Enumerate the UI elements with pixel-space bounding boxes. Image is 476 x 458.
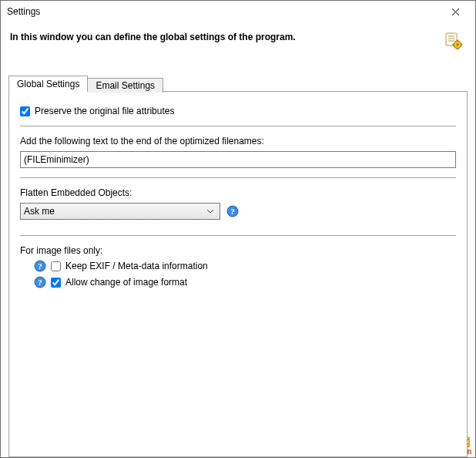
window-title: Settings [7, 6, 440, 17]
allow-format-change-checkbox[interactable] [51, 278, 61, 288]
image-section-heading: For image files only: [20, 245, 456, 256]
help-icon[interactable]: ? [34, 260, 46, 272]
tab-label: Email Settings [96, 80, 155, 91]
svg-rect-9 [457, 49, 458, 50]
preserve-attributes-row[interactable]: Preserve the original file attributes [20, 106, 456, 116]
keep-exif-row: ? Keep EXIF / Meta-data information [34, 260, 456, 272]
separator [20, 177, 456, 178]
tab-email-settings[interactable]: Email Settings [88, 78, 163, 93]
tab-strip: Global Settings Email Settings [8, 75, 468, 92]
tab-global-settings[interactable]: Global Settings [8, 76, 88, 92]
keep-exif-label: Keep EXIF / Meta-data information [65, 261, 208, 271]
settings-window: Settings In this window you can define t… [0, 0, 476, 458]
preserve-attributes-checkbox[interactable] [20, 106, 30, 116]
suffix-label: Add the following text to the end of the… [20, 136, 456, 146]
svg-rect-11 [461, 44, 463, 45]
window-close-button[interactable] [440, 3, 471, 20]
keep-exif-checkbox[interactable] [51, 261, 61, 271]
allow-format-change-label: Allow change of image format [65, 277, 187, 288]
chevron-down-icon [204, 210, 216, 214]
header-description: In this window you can define the global… [10, 32, 444, 42]
svg-text:?: ? [38, 261, 42, 271]
header: In this window you can define the global… [1, 22, 475, 61]
tab-label: Global Settings [17, 79, 79, 89]
help-icon[interactable]: ? [226, 205, 239, 217]
titlebar: Settings [1, 1, 475, 22]
allow-format-change-row: ? Allow change of image format [34, 276, 456, 288]
tab-body-global: Preserve the original file attributes Ad… [8, 91, 468, 457]
svg-rect-10 [453, 44, 454, 45]
suffix-input[interactable] [20, 151, 456, 168]
flatten-label: Flatten Embedded Objects: [20, 187, 456, 198]
flatten-select-row: Ask me ? [20, 203, 456, 220]
flatten-select[interactable]: Ask me [20, 203, 220, 220]
svg-point-7 [457, 44, 459, 46]
preserve-attributes-label: Preserve the original file attributes [35, 106, 174, 116]
svg-rect-8 [457, 40, 458, 42]
help-icon[interactable]: ? [34, 276, 46, 288]
svg-text:?: ? [230, 207, 235, 216]
tab-area: Global Settings Email Settings Preserve … [8, 75, 468, 457]
settings-icon [444, 32, 463, 50]
flatten-selected-value: Ask me [24, 206, 204, 217]
svg-text:?: ? [38, 278, 42, 287]
separator [20, 126, 456, 126]
separator [20, 235, 456, 236]
close-icon [451, 8, 460, 16]
